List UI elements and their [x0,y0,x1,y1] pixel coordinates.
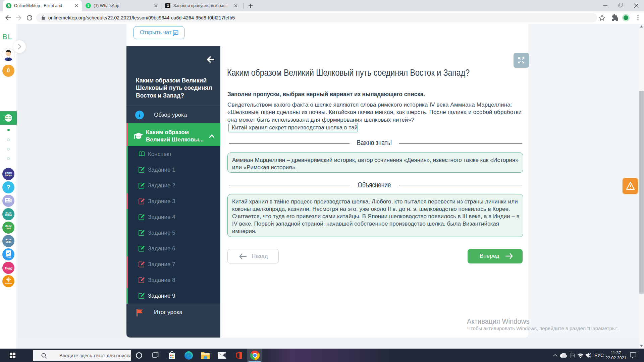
svg-text:3: 3 [167,4,169,8]
svg-text:1: 1 [87,4,89,8]
svg-text:B: B [7,4,10,8]
svg-text:i: i [139,113,140,118]
